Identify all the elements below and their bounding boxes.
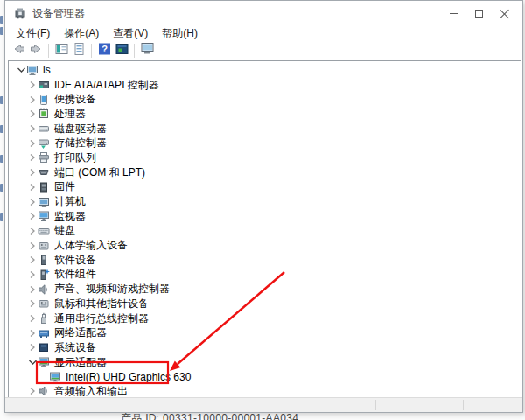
chevron-right-icon[interactable] [27, 78, 38, 92]
tree-item-ide-ata-atapi-controllers[interactable]: IDE ATA/ATAPI 控制器 [9, 78, 521, 93]
tree-item-label: 计算机 [53, 194, 86, 209]
chevron-right-icon[interactable] [27, 283, 38, 297]
help-button[interactable]: ? [95, 42, 113, 60]
tree-item-label: 磁盘驱动器 [53, 122, 107, 136]
tree-item-usb-controllers[interactable]: 通用串行总线控制器 [9, 312, 521, 326]
menu-action[interactable]: 操作(A) [57, 25, 106, 42]
sound-icon [38, 284, 50, 296]
minimize-button[interactable] [441, 1, 466, 25]
device-manager-window: 设备管理器 文件(F)操作(A)查看(V)帮助(H) ? lsIDE ATA/A… [4, 0, 523, 413]
hid-icon [38, 298, 50, 310]
menu-file[interactable]: 文件(F) [9, 25, 57, 42]
network-icon [38, 327, 50, 340]
tree-item-label: 键盘 [53, 223, 75, 238]
close-button[interactable] [492, 1, 517, 25]
scan-hardware-changes-button[interactable] [138, 42, 156, 60]
chevron-right-icon[interactable] [27, 340, 38, 354]
window-controls [441, 1, 517, 25]
tree-item-software-components[interactable]: 软件组件 [9, 268, 521, 283]
window-title: 设备管理器 [32, 6, 85, 21]
menu-view[interactable]: 查看(V) [106, 25, 155, 42]
background-glyph-fragment [0, 213, 4, 220]
menu-help[interactable]: 帮助(H) [155, 25, 205, 42]
chevron-right-icon[interactable] [27, 297, 38, 311]
tree-item-computer[interactable]: 计算机 [9, 194, 521, 209]
tree-item-label: 显示适配器 [53, 355, 107, 370]
tree-item-firmware[interactable]: 固件 [9, 180, 521, 195]
system-icon [38, 341, 50, 354]
tree-item-intel-r-uhd-graphics-630[interactable]: Intel(R) UHD Graphics 630 [9, 369, 521, 384]
tree-item-label: 打印队列 [53, 150, 96, 165]
properties-button[interactable] [70, 42, 88, 60]
tree-item-label: 存储控制器 [53, 136, 107, 150]
chevron-right-icon[interactable] [27, 326, 38, 340]
menu-bar: 文件(F)操作(A)查看(V)帮助(H) [5, 25, 522, 41]
tree-item-sound-video-game-controllers[interactable]: 声音、视频和游戏控制器 [9, 282, 521, 297]
ide-icon [38, 79, 50, 91]
tree-item-portable-devices[interactable]: 便携设备 [9, 92, 521, 107]
chevron-right-icon[interactable] [27, 195, 38, 209]
background-glyph-fragment [0, 96, 4, 104]
back-button[interactable] [10, 42, 27, 60]
printer-icon [38, 151, 50, 164]
tree-item-label: 端口 (COM 和 LPT) [53, 165, 145, 180]
chevron-right-icon[interactable] [27, 180, 38, 194]
background-glyph-fragment [0, 184, 4, 192]
chevron-right-icon[interactable] [27, 209, 38, 223]
help-icon: ? [97, 42, 112, 60]
svg-text:?: ? [102, 44, 108, 54]
toolbar-separator [48, 44, 49, 58]
device-manager-window-icon [115, 42, 130, 60]
chevron-right-icon[interactable] [27, 150, 38, 164]
chevron-right-icon[interactable] [27, 93, 38, 107]
tree-item-label: 便携设备 [53, 92, 96, 107]
chevron-right-icon[interactable] [27, 239, 38, 253]
background-glyph-fragment [0, 16, 4, 24]
tree-item-network-adapters[interactable]: 网络适配器 [9, 326, 521, 340]
chevron-right-icon[interactable] [27, 253, 38, 267]
chevron-right-icon[interactable] [27, 268, 38, 282]
chevron-down-icon[interactable] [27, 355, 38, 369]
forward-button[interactable] [27, 42, 45, 60]
maximize-icon [475, 10, 483, 18]
maximize-button[interactable] [466, 1, 492, 25]
tree-item-software-devices[interactable]: 软件设备 [9, 253, 521, 268]
tree-item-display-adapters[interactable]: 显示适配器 [9, 355, 521, 370]
device-manager-window-button[interactable] [113, 42, 130, 60]
tree-item-print-queues[interactable]: 打印队列 [9, 150, 521, 165]
audio-icon [38, 385, 50, 397]
tree-item-label: 通用串行总线控制器 [53, 312, 149, 326]
tree-item-disk-drives[interactable]: 磁盘驱动器 [9, 122, 521, 136]
display-icon [38, 356, 50, 368]
background-glyph-fragment [0, 155, 4, 163]
show-console-tree-button[interactable] [52, 42, 70, 60]
tree-item-ports-com-lpt[interactable]: 端口 (COM 和 LPT) [9, 165, 521, 180]
background-product-id-text: 产品 ID: 00331-10000-00001-AA034 [121, 412, 366, 420]
title-bar: 设备管理器 [5, 1, 522, 25]
tree-item-processors[interactable]: 处理器 [9, 107, 521, 122]
chevron-right-icon[interactable] [27, 122, 38, 136]
tree-item-root[interactable]: ls [9, 63, 521, 78]
scan-hardware-changes-icon [140, 42, 155, 60]
tree-item-system-devices[interactable]: 系统设备 [9, 340, 521, 355]
device-tree-panel: lsIDE ATA/ATAPI 控制器便携设备处理器磁盘驱动器存储控制器打印队列… [8, 60, 522, 399]
tree-item-monitors[interactable]: 监视器 [9, 209, 521, 224]
chevron-right-icon[interactable] [27, 312, 38, 326]
tree-item-label: 网络适配器 [53, 326, 107, 340]
storage-icon [38, 137, 50, 150]
tree-item-keyboards[interactable]: 键盘 [9, 224, 521, 239]
tree-item-mice-and-pointing-devices[interactable]: 鼠标和其他指针设备 [9, 297, 521, 312]
portable-icon [38, 94, 50, 106]
background-glyph-fragment [0, 27, 4, 35]
status-bar [5, 397, 522, 412]
chevron-right-icon[interactable] [27, 136, 38, 150]
tree-item-label: 软件组件 [53, 267, 96, 282]
minimize-icon [450, 13, 458, 14]
chevron-right-icon[interactable] [27, 107, 38, 121]
chevron-down-icon[interactable] [16, 63, 26, 77]
chevron-right-icon[interactable] [27, 224, 38, 238]
tree-item-storage-controllers[interactable]: 存储控制器 [9, 136, 521, 150]
chevron-right-icon[interactable] [27, 165, 38, 179]
hid-icon [38, 240, 50, 252]
tree-item-human-interface-devices[interactable]: 人体学输入设备 [9, 238, 521, 253]
